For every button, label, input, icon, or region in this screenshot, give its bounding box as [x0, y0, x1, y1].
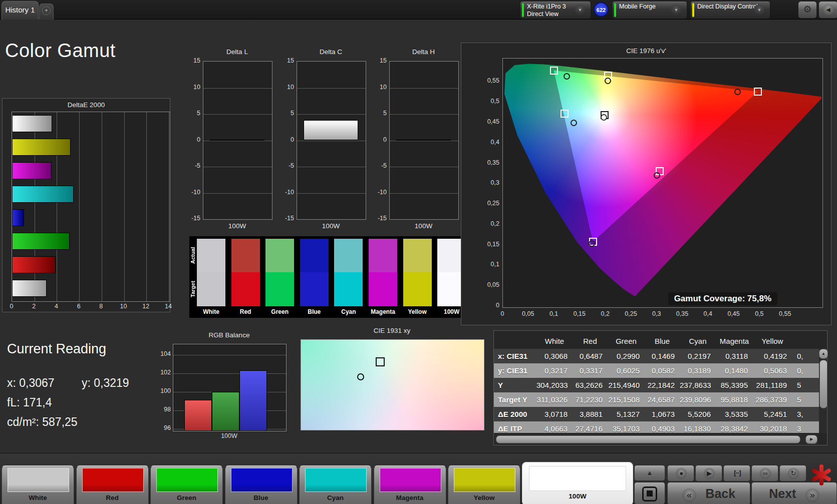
row-label: ΔE 2000 — [494, 407, 540, 421]
pattern-button-red[interactable]: Red — [76, 465, 149, 504]
swatch-label: Green — [263, 308, 297, 315]
cell: 0,6025 — [608, 363, 645, 378]
cell: 3 — [792, 421, 819, 433]
cell: 3,5335 — [716, 407, 753, 421]
target-marker-cyan — [561, 110, 569, 118]
deltae2000-chart-title: DeltaE 2000 — [3, 101, 170, 109]
cell: 3, — [792, 407, 819, 421]
cell: 0,1480 — [716, 363, 753, 378]
swatch-target-green — [265, 272, 294, 306]
pattern-button-magenta[interactable]: Magenta — [374, 465, 446, 504]
settings-button[interactable]: ⚙ — [798, 1, 817, 19]
cell: 0,4903 — [645, 421, 680, 433]
delta-y-tick: 5 — [367, 110, 387, 117]
display-control-dropdown[interactable]: Direct Display Control ▼ — [690, 1, 770, 19]
tab-history-1[interactable]: History 1 — [2, 1, 39, 20]
deltae-bar-blue — [12, 209, 24, 226]
delta-y-tick: -5 — [367, 162, 387, 169]
cell: 311,0326 — [536, 392, 573, 407]
cell: 239,8096 — [680, 392, 716, 407]
rgb-y-tick: 104 — [158, 350, 171, 357]
delta-y-tick: 10 — [274, 84, 294, 91]
display-status-bar — [692, 3, 694, 17]
cell: 0,6487 — [573, 349, 608, 363]
display-control-name: Direct Display Control — [697, 3, 758, 10]
back-label: Back — [705, 486, 735, 500]
cie1931-plot — [301, 339, 484, 430]
cell: 5 — [792, 378, 819, 392]
cie1976-title: CIE 1976 u'v' — [461, 47, 831, 55]
pattern-button-cyan[interactable]: Cyan — [299, 465, 372, 504]
pattern-swatch — [454, 468, 515, 492]
cie1976-y-tick: 0,2 — [476, 220, 499, 227]
cell: 281,1189 — [753, 378, 792, 392]
xrite-logo-icon — [810, 464, 832, 486]
pattern-label: White — [2, 494, 74, 501]
cell: 0,4192 — [753, 349, 792, 363]
window-icon — [642, 486, 657, 501]
cell: 215,4940 — [608, 378, 645, 392]
cie1931-measured-marker — [357, 373, 364, 380]
scroll-thumb[interactable] — [496, 435, 800, 443]
cell: 0,3217 — [536, 363, 573, 378]
table-vertical-scrollbar[interactable]: ▲ — [819, 349, 827, 433]
table-header-Blue: Blue — [645, 335, 680, 348]
cie1976-x-tick: 0,35 — [671, 310, 693, 317]
swatch-actual-white — [197, 239, 225, 272]
rgb-balance-plot — [173, 344, 287, 431]
meter-count-badge[interactable]: 622 — [594, 2, 609, 17]
swatch-actual-red — [231, 239, 260, 272]
cell: 286,3739 — [753, 392, 792, 407]
gamut-coverage-label: Gamut Coverage: — [674, 294, 745, 303]
source-dropdown[interactable]: Mobile Forge ▼ — [612, 1, 687, 19]
new-tab-button[interactable]: + — [39, 4, 54, 20]
pattern-swatch — [8, 468, 69, 492]
scroll-up-button[interactable]: ▲ — [819, 349, 828, 359]
delta-bar-100w — [210, 140, 264, 141]
cell: 0,2197 — [680, 349, 716, 363]
pattern-button-100w-selected[interactable]: 100W — [522, 462, 633, 504]
plus-icon: + — [42, 7, 51, 15]
transport-continuous-button[interactable]: ∞ — [751, 465, 778, 481]
transport-stop-button[interactable]: ■ — [667, 465, 694, 481]
swatch-actual-green — [265, 239, 294, 272]
cie1976-y-tick: 0,3 — [476, 179, 499, 186]
panel-expand-button[interactable]: ▲ — [634, 465, 665, 481]
pattern-button-blue[interactable]: Blue — [225, 465, 298, 504]
transport-measure-button[interactable]: [··] — [723, 465, 750, 481]
current-reading-title: Current Reading — [7, 341, 106, 357]
swatch-label: Cyan — [332, 308, 366, 315]
transport-play-button[interactable]: ▶ — [695, 465, 722, 481]
cie1976-plot: Gamut Coverage: 75,8% — [502, 58, 823, 308]
scroll-right-button[interactable]: ▶ — [805, 435, 817, 444]
deltae-bar-green — [12, 233, 70, 250]
swatch-actual-magenta — [369, 239, 397, 272]
pattern-button-white[interactable]: White — [2, 465, 74, 504]
cell: 5,2451 — [753, 407, 792, 421]
collapse-panel-button[interactable]: ◀ — [818, 1, 837, 19]
measured-marker-yellow — [605, 78, 611, 84]
delta-y-tick: 10 — [367, 84, 387, 91]
cie1976-x-tick: 0 — [491, 310, 513, 317]
delta-y-tick: -15 — [274, 215, 294, 222]
table-horizontal-scrollbar[interactable]: ▶ — [495, 434, 818, 444]
scroll-thumb[interactable] — [819, 360, 827, 408]
delta-chart-title: Delta C — [297, 48, 365, 56]
table-header-Yellow: Yellow — [753, 335, 792, 348]
pattern-button-yellow[interactable]: Yellow — [448, 465, 520, 504]
cell: 16,1830 — [680, 421, 716, 433]
pattern-button-green[interactable]: Green — [150, 465, 223, 504]
pattern-label: 100W — [522, 492, 633, 500]
transport-loop-button[interactable]: ↻ — [779, 465, 806, 481]
delta-x-label: 100W — [297, 222, 365, 230]
cell: 85,3395 — [716, 378, 753, 392]
measure-icon: [··] — [724, 469, 751, 476]
swatch-label: Magenta — [366, 308, 400, 315]
pattern-window-button[interactable] — [634, 482, 665, 504]
cell: 35,1703 — [608, 421, 645, 433]
cell: 3,0718 — [536, 407, 573, 421]
table-row-2: y: CIE310,32170,33170,60250,05820,31890,… — [494, 363, 819, 378]
meter-dropdown[interactable]: X-Rite i1Pro 3 Direct View ▼ — [520, 1, 591, 19]
delta-y-tick: -10 — [367, 189, 387, 196]
back-button[interactable]: « Back — [667, 482, 750, 504]
